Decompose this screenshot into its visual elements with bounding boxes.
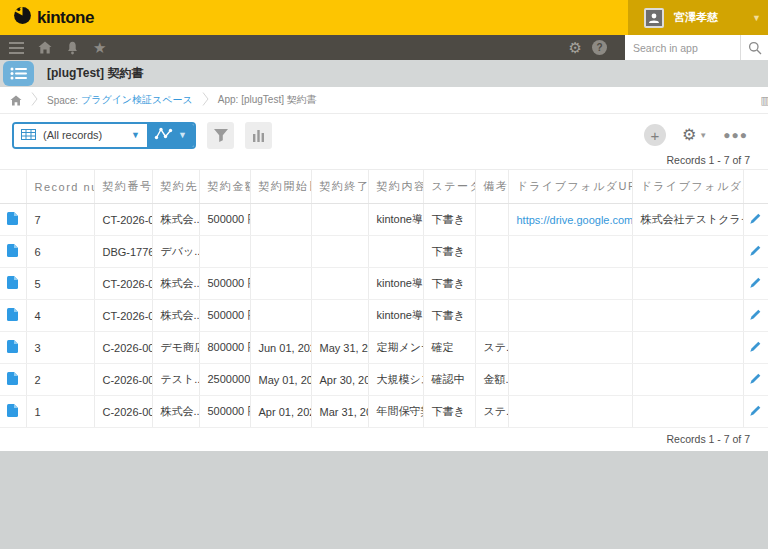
breadcrumb-right-icon[interactable]: ▥ (761, 94, 768, 107)
graph-view-button[interactable]: ▼ (147, 124, 194, 147)
menu-icon[interactable] (9, 42, 24, 54)
table-cell (311, 300, 368, 332)
column-header: ドライブフォルダURL (508, 170, 632, 204)
table-cell: 年間保守契... (368, 396, 423, 428)
drive-folder-url-link[interactable]: https://drive.google.com/drive/f... (517, 214, 633, 226)
chevron-down-icon: ▼ (699, 131, 707, 140)
table-cell (250, 268, 311, 300)
user-name: 宮澤孝慈 (674, 10, 718, 25)
column-header: 契約開始日 (250, 170, 311, 204)
table-cell (311, 268, 368, 300)
chevron-down-icon: ▼ (131, 130, 140, 140)
table-cell: kintone導入... (368, 300, 423, 332)
table-row[interactable]: 4CT-2026-001株式会...500000 円kintone導入...下書… (0, 300, 768, 332)
table-cell: CT-2026-001 (94, 268, 152, 300)
column-header: 契約金額 (199, 170, 250, 204)
table-cell (508, 300, 632, 332)
table-cell (368, 236, 423, 268)
table-cell: Mar 31, 2027 (311, 396, 368, 428)
table-cell (632, 364, 743, 396)
breadcrumb-separator-icon (31, 92, 38, 108)
breadcrumb-space-link[interactable]: プラグイン検証スペース (81, 93, 193, 107)
edit-record-button[interactable] (743, 268, 768, 300)
table-cell: 金額... (475, 364, 508, 396)
table-cell (508, 396, 632, 428)
record-file-icon[interactable] (0, 332, 26, 364)
chevron-down-icon: ▼ (752, 13, 761, 23)
line-graph-icon (154, 126, 173, 144)
record-file-icon[interactable] (0, 364, 26, 396)
notifications-bell-icon[interactable] (66, 41, 79, 55)
kintone-logo[interactable]: kintone (13, 6, 94, 29)
table-cell (508, 268, 632, 300)
edit-record-button[interactable] (743, 332, 768, 364)
view-content: (All records) ▼ ▼ (0, 114, 768, 451)
column-header: Record number (26, 170, 94, 204)
gear-icon: ⚙ (682, 127, 696, 143)
table-cell: May 31, 2027 (311, 332, 368, 364)
filter-button[interactable] (207, 122, 234, 149)
table-cell: ステ... (475, 332, 508, 364)
breadcrumb-space-label: Space: (47, 95, 78, 106)
breadcrumb-home-icon[interactable] (10, 95, 22, 106)
table-header-row: Record number契約番号契約先契約金額契約開始日契約終了日契約内容ステ… (0, 170, 768, 204)
table-cell (250, 300, 311, 332)
table-row[interactable]: 5CT-2026-001株式会...500000 円kintone導入...下書… (0, 268, 768, 300)
table-row[interactable]: 2C-2026-002テスト...2500000 円May 01, 2026Ap… (0, 364, 768, 396)
edit-record-button[interactable] (743, 396, 768, 428)
icon-column-header (0, 170, 26, 204)
table-row[interactable]: 1C-2026-001株式会...500000 円Apr 01, 2026Mar… (0, 396, 768, 428)
more-options-button[interactable]: ●●● (723, 128, 748, 142)
table-row[interactable]: 6DBG-17761...デバッ...下書き (0, 236, 768, 268)
record-file-icon[interactable] (0, 268, 26, 300)
breadcrumb-app-item: App: [plugTest] 契約書 (218, 93, 317, 107)
global-nav-bar: ★ ⚙ ? (0, 35, 768, 60)
table-cell (508, 332, 632, 364)
table-cell: CT-2026-001 (94, 300, 152, 332)
app-title: [plugTest] 契約書 (47, 65, 143, 82)
table-cell: デモ商店 (152, 332, 199, 364)
record-file-icon[interactable] (0, 396, 26, 428)
table-cell: 定期メンテ... (368, 332, 423, 364)
record-file-icon[interactable] (0, 300, 26, 332)
table-view-icon (21, 126, 36, 144)
edit-record-button[interactable] (743, 364, 768, 396)
table-cell: 株式会... (152, 396, 199, 428)
table-cell: 株式会... (152, 268, 199, 300)
edit-record-button[interactable] (743, 236, 768, 268)
app-search (625, 35, 768, 60)
home-icon[interactable] (38, 41, 52, 54)
table-cell: 株式会社テストクライアン... (632, 204, 743, 236)
user-menu[interactable]: 宮澤孝慈 ▼ (628, 0, 768, 35)
table-cell: 1 (26, 396, 94, 428)
column-header: 契約番号 (94, 170, 152, 204)
search-input[interactable] (625, 35, 740, 60)
table-cell: 確定 (423, 332, 475, 364)
column-header: 契約先 (152, 170, 199, 204)
record-file-icon[interactable] (0, 204, 26, 236)
favorites-star-icon[interactable]: ★ (93, 40, 106, 55)
table-cell: May 01, 2026 (250, 364, 311, 396)
table-cell: C-2026-002 (94, 364, 152, 396)
table-cell (475, 268, 508, 300)
table-cell: 下書き (423, 236, 475, 268)
table-row[interactable]: 7CT-2026-001株式会...500000 円kintone導入...下書… (0, 204, 768, 236)
search-icon[interactable] (740, 35, 768, 60)
view-selector-dropdown[interactable]: (All records) ▼ (14, 124, 147, 147)
admin-gear-icon[interactable]: ⚙ (569, 40, 582, 55)
record-file-icon[interactable] (0, 236, 26, 268)
table-cell: C-2026-003 (94, 332, 152, 364)
table-row[interactable]: 3C-2026-003デモ商店800000 円Jun 01, 2026May 3… (0, 332, 768, 364)
add-record-button[interactable]: + (644, 124, 666, 146)
table-cell (508, 364, 632, 396)
column-header: ステータス (423, 170, 475, 204)
app-list-icon[interactable] (3, 61, 34, 86)
edit-record-button[interactable] (743, 204, 768, 236)
chart-button[interactable] (245, 122, 272, 149)
help-icon[interactable]: ? (592, 40, 607, 55)
table-cell: 7 (26, 204, 94, 236)
edit-record-button[interactable] (743, 300, 768, 332)
table-cell: 2 (26, 364, 94, 396)
app-settings-button[interactable]: ⚙ ▼ (682, 127, 707, 143)
table-cell (632, 396, 743, 428)
